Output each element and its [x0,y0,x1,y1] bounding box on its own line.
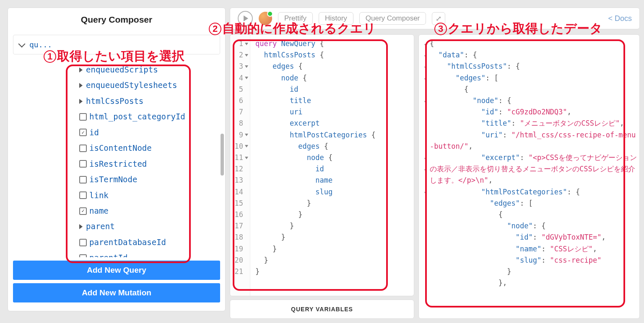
chevron-down-icon [18,40,26,47]
checkbox-icon[interactable] [79,176,87,183]
checkbox-icon[interactable] [79,239,87,246]
composer-title: Query Composer [8,8,225,32]
field-label: id [89,127,99,139]
history-button[interactable]: History [319,12,353,25]
composer-field-list[interactable]: enqueuedScriptsenqueuedStylesheetshtmlCs… [8,54,225,257]
triangle-right-icon [79,67,83,72]
avatar[interactable] [259,12,272,25]
field-label: enqueuedScripts [86,64,158,76]
triangle-right-icon [79,83,83,88]
field-label: link [89,189,109,202]
result-json: { "data": { "htmlCssPosts": { "edges": [… [430,38,638,318]
query-variables-header[interactable]: QUERY VARIABLES [230,300,414,319]
result-pane[interactable]: ▾▾▾▾▾▾▾▾ { "data": { "htmlCssPosts": { "… [418,34,640,319]
composer-field-name[interactable]: name [8,203,225,219]
composer-field-isRestricted[interactable]: isRestricted [8,156,225,172]
composer-field-html_post_categoryId[interactable]: html_post_categoryId [8,109,225,124]
composer-field-parentDatabaseId[interactable]: parentDatabaseId [8,235,225,250]
composer-field-parent[interactable]: parent [8,219,225,234]
checkbox-icon[interactable] [79,207,87,215]
field-label: parentId [89,252,128,257]
field-label: name [89,205,109,217]
composer-buttons: Add New Query Add New Mutation [8,257,225,311]
field-label: htmlCssPosts [86,95,143,107]
graphiql-toolbar: Prettify History Query Composer ⤢ < Docs [230,8,640,29]
composer-field-id[interactable]: id [8,125,225,140]
line-gutter: 123456789101112131415161718192021 [230,35,250,296]
add-new-mutation-button[interactable]: Add New Mutation [13,283,220,302]
add-new-query-button[interactable]: Add New Query [13,261,220,280]
checkbox-icon[interactable] [79,129,87,136]
scrollbar[interactable] [221,134,224,176]
checkbox-icon[interactable] [79,113,87,121]
composer-field-enqueuedStylesheets[interactable]: enqueuedStylesheets [8,78,225,93]
query-code[interactable]: query NewQuery { htmlCssPosts { edges { … [250,35,381,296]
composer-field-htmlCssPosts[interactable]: htmlCssPosts [8,93,225,109]
query-composer-button[interactable]: Query Composer [359,12,426,25]
field-label: html_post_categoryId [89,111,185,123]
composer-field-link[interactable]: link [8,188,225,203]
query-composer-panel: Query Composer qu... enqueuedScriptsenqu… [8,8,226,311]
triangle-right-icon [79,224,83,229]
composer-field-isContentNode[interactable]: isContentNode [8,140,225,156]
result-fold-gutter: ▾▾▾▾▾▾▾▾ [424,38,430,318]
composer-root-type[interactable]: qu... [13,35,220,54]
composer-field-enqueuedScripts[interactable]: enqueuedScripts [8,62,225,78]
field-label: isContentNode [89,142,152,154]
checkbox-icon[interactable] [79,191,87,199]
field-label: parentDatabaseId [89,236,166,248]
field-label: parent [86,220,115,233]
fullscreen-button[interactable]: ⤢ [432,12,445,25]
prettify-button[interactable]: Prettify [278,12,313,25]
composer-field-isTermNode[interactable]: isTermNode [8,172,225,187]
checkbox-icon[interactable] [79,145,87,152]
root-type-label: qu... [29,40,52,49]
field-label: isTermNode [89,173,137,186]
checkbox-icon[interactable] [79,160,87,168]
field-label: enqueuedStylesheets [86,79,177,91]
composer-field-parentId[interactable]: parentId [8,250,225,257]
triangle-right-icon [79,99,83,104]
field-label: isRestricted [89,158,147,170]
execute-button[interactable] [238,11,253,26]
docs-link[interactable]: < Docs [608,14,632,23]
query-editor[interactable]: 123456789101112131415161718192021 query … [230,34,414,296]
checkbox-icon[interactable] [79,254,87,257]
